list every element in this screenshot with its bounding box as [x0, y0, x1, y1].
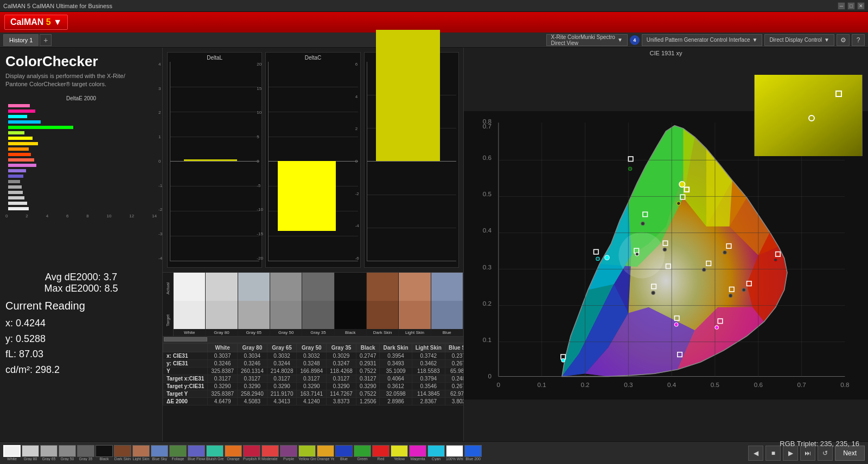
swatch-btn-light-skin[interactable]: Light Skin: [132, 445, 150, 461]
swatch-btn-magenta[interactable]: Magenta: [409, 445, 426, 461]
colorchecker-subtitle: Display analysis is performed with the X…: [5, 72, 157, 89]
display-device-button[interactable]: Direct Display Control ▼: [764, 34, 834, 46]
scroll-bar[interactable]: [163, 336, 463, 343]
swatch-btn-blue2[interactable]: Blue: [335, 445, 353, 461]
x-axis-labels: 02468101214: [5, 214, 157, 218]
svg-rect-85: [755, 75, 862, 156]
cell-value: 0.2931: [356, 359, 380, 367]
svg-text:0.5: 0.5: [483, 190, 492, 197]
swatch-btn-cyan[interactable]: Cyan: [427, 445, 445, 461]
cell-value: 0.3127: [208, 375, 238, 382]
swatch-dark-skin: Dark Skin: [367, 273, 399, 336]
cell-value: 114.3845: [412, 390, 445, 397]
svg-text:0: 0: [497, 381, 501, 388]
col-header-blue-sky: Blue Sky: [445, 343, 463, 352]
svg-text:0: 0: [488, 372, 492, 379]
svg-point-71: [729, 294, 732, 297]
bar-row: [8, 120, 157, 124]
svg-point-83: [605, 255, 610, 260]
bar-row: [8, 196, 157, 200]
svg-point-69: [723, 250, 726, 254]
cell-value: 0.3612: [380, 382, 412, 390]
swatch-btn-yellow-green[interactable]: Yellow Green: [298, 445, 316, 461]
swatch-btn-dark-skin[interactable]: Dark Skin: [114, 445, 131, 461]
swatch-gray65: Gray 65: [238, 273, 270, 336]
data-table[interactable]: White Gray 80 Gray 65 Gray 50 Gray 35 Bl…: [163, 343, 463, 441]
swatch-btn-red[interactable]: Red: [372, 445, 390, 461]
cell-value: 2.8367: [412, 397, 445, 405]
svg-point-78: [652, 291, 655, 294]
generator-dropdown-icon: ▼: [752, 37, 757, 43]
svg-text:0.8: 0.8: [483, 118, 492, 125]
charts-row: DeltaL 43210-1-2-3-4: [163, 48, 463, 272]
swatch-btn-gray65[interactable]: Gray 65: [40, 445, 58, 461]
generator-device-button[interactable]: Unified Pattern Generator Control Interf…: [642, 34, 763, 46]
cell-value: 62.9783: [445, 390, 463, 397]
spectro-dropdown-icon: ▼: [617, 37, 623, 43]
cell-value: 0.3290: [297, 382, 327, 390]
svg-point-57: [561, 359, 565, 362]
add-tab-button[interactable]: +: [40, 34, 52, 46]
calman-logo[interactable]: CalMAN 5 ▼: [4, 15, 68, 30]
swatch-btn-white[interactable]: White: [3, 445, 21, 461]
swatch-btn-moderate-red[interactable]: Moderate Red: [261, 445, 279, 461]
svg-text:0.3: 0.3: [483, 263, 492, 270]
svg-point-51: [635, 253, 639, 256]
bar-row: [8, 158, 157, 162]
svg-text:0.4: 0.4: [483, 227, 492, 234]
close-button[interactable]: ✕: [857, 2, 865, 10]
swatch-gray80: Gray 80: [206, 273, 238, 336]
svg-text:0.1: 0.1: [483, 336, 492, 343]
settings-icon[interactable]: ⚙: [837, 34, 850, 46]
bar-row: [8, 141, 157, 146]
swatch-btn-green[interactable]: Green: [354, 445, 371, 461]
swatch-btn-gray80[interactable]: Gray 80: [22, 445, 39, 461]
cell-value: 0.3037: [208, 352, 238, 359]
bar-row: [8, 163, 157, 167]
swatch-btn-foliage[interactable]: Foliage: [169, 445, 187, 461]
row-label: Target Y: [163, 390, 208, 397]
col-header-dark-skin: Dark Skin: [380, 343, 412, 352]
cell-value: 0.3127: [356, 375, 380, 382]
col-header-black: Black: [356, 343, 380, 352]
swatch-btn-blue-sky[interactable]: Blue Sky: [151, 445, 168, 461]
deltaH-inner: 6420-2-4-6: [367, 62, 456, 261]
swatch-btn-black[interactable]: Black: [95, 445, 113, 461]
tab-label: History 1: [9, 37, 33, 43]
cell-value: 0.3032: [267, 352, 297, 359]
cell-value: 0.3290: [327, 382, 356, 390]
cell-value: 0.3246: [208, 359, 238, 367]
spectro-device-button[interactable]: X-Rite ColorMunki SpectroDirect View ▼: [546, 34, 628, 46]
history-tab[interactable]: History 1: [3, 34, 39, 46]
deltaC-title: DeltaC: [268, 55, 358, 61]
swatch-btn-orange[interactable]: Orange: [225, 445, 242, 461]
cell-value: 0.3794: [412, 375, 445, 382]
swatch-btn-purplish-red[interactable]: Purplish Red: [243, 445, 260, 461]
window-title: CalMAN 5 CalMAN Ultimate for Business: [3, 3, 112, 9]
swatch-btn-yellow[interactable]: Yellow: [391, 445, 408, 461]
swatch-btn-100white[interactable]: 100% White: [446, 445, 463, 461]
scroll-thumb[interactable]: [164, 337, 207, 341]
bar-chart: 02468101214: [5, 104, 157, 266]
deltaL-title: DeltaL: [170, 55, 259, 61]
measurements-table: White Gray 80 Gray 65 Gray 50 Gray 35 Bl…: [163, 343, 463, 405]
help-icon[interactable]: ?: [852, 34, 865, 46]
swatch-btn-bluish-green[interactable]: Bluish Green: [206, 445, 224, 461]
minimize-button[interactable]: ─: [838, 2, 845, 10]
swatch-blue: Blue: [431, 273, 463, 336]
maximize-button[interactable]: □: [847, 2, 855, 10]
swatch-btn-gray35[interactable]: Gray 35: [77, 445, 94, 461]
swatch-container: White Gray 80 Gray 65 Gray 50: [174, 273, 463, 336]
swatch-btn-blue-flower[interactable]: Blue Flower: [188, 445, 205, 461]
cell-value: 325.8387: [208, 390, 238, 397]
avg-label: Avg dE2000: 3.7: [5, 272, 157, 283]
swatches-row: Actual Target White Gray 80 Gray 65: [163, 272, 463, 336]
title-bar-controls: ─ □ ✕: [838, 2, 865, 10]
cell-value: 0.3290: [267, 382, 297, 390]
logo-text: CalMAN 5: [10, 17, 51, 27]
swatch-btn-orange-yellow[interactable]: Orange Yellow: [317, 445, 334, 461]
swatch-btn-gray50[interactable]: Gray 50: [59, 445, 76, 461]
table-row: Target Y325.8387258.2940211.9170163.7141…: [163, 390, 464, 397]
swatch-btn-purple[interactable]: Purple: [280, 445, 297, 461]
svg-text:0.5: 0.5: [711, 381, 720, 388]
